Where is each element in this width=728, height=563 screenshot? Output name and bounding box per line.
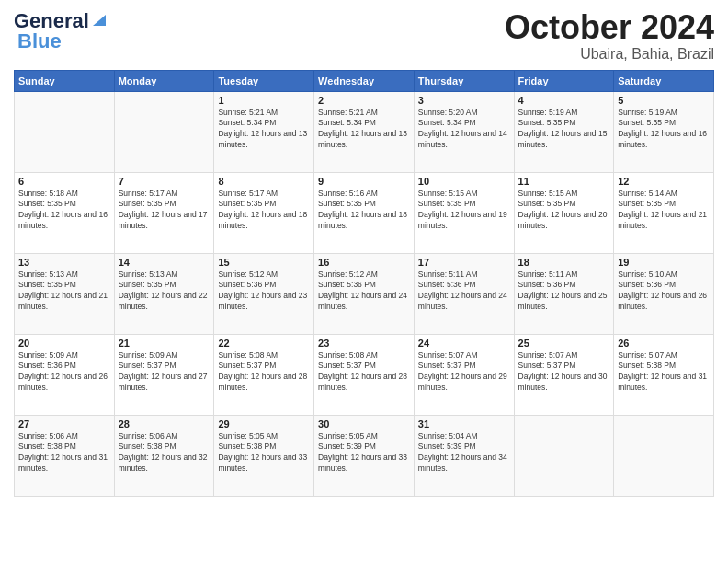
week-row-5: 27Sunrise: 5:06 AM Sunset: 5:38 PM Dayli… [15, 415, 714, 496]
location: Ubaira, Bahia, Brazil [505, 46, 714, 63]
col-wednesday: Wednesday [314, 70, 415, 91]
day-cell: 31Sunrise: 5:04 AM Sunset: 5:39 PM Dayli… [414, 415, 514, 496]
day-cell: 10Sunrise: 5:15 AM Sunset: 5:35 PM Dayli… [414, 172, 514, 253]
day-number: 13 [18, 257, 110, 268]
day-number: 21 [119, 338, 210, 349]
day-number: 8 [218, 176, 310, 187]
day-cell [514, 415, 614, 496]
day-info: Sunrise: 5:10 AM Sunset: 5:36 PM Dayligh… [618, 270, 710, 314]
day-cell: 20Sunrise: 5:09 AM Sunset: 5:36 PM Dayli… [15, 334, 115, 415]
day-number: 24 [418, 338, 510, 349]
day-info: Sunrise: 5:08 AM Sunset: 5:37 PM Dayligh… [318, 350, 410, 395]
day-cell: 27Sunrise: 5:06 AM Sunset: 5:38 PM Dayli… [15, 415, 115, 496]
calendar-header: Sunday Monday Tuesday Wednesday Thursday… [15, 70, 714, 91]
calendar-table: Sunday Monday Tuesday Wednesday Thursday… [14, 70, 714, 497]
day-number: 31 [418, 419, 510, 430]
col-friday: Friday [514, 70, 614, 91]
day-info: Sunrise: 5:16 AM Sunset: 5:35 PM Dayligh… [318, 189, 410, 233]
day-info: Sunrise: 5:11 AM Sunset: 5:36 PM Dayligh… [518, 270, 610, 314]
day-info: Sunrise: 5:19 AM Sunset: 5:35 PM Dayligh… [518, 108, 610, 152]
day-info: Sunrise: 5:07 AM Sunset: 5:37 PM Dayligh… [418, 350, 510, 395]
col-thursday: Thursday [414, 70, 514, 91]
day-info: Sunrise: 5:20 AM Sunset: 5:34 PM Dayligh… [418, 108, 510, 152]
day-number: 20 [18, 338, 110, 349]
day-number: 14 [119, 257, 210, 268]
day-cell: 18Sunrise: 5:11 AM Sunset: 5:36 PM Dayli… [514, 253, 614, 334]
day-info: Sunrise: 5:21 AM Sunset: 5:34 PM Dayligh… [218, 108, 310, 152]
day-number: 26 [618, 338, 710, 349]
day-number: 17 [418, 257, 510, 268]
day-cell: 17Sunrise: 5:11 AM Sunset: 5:36 PM Dayli… [414, 253, 514, 334]
svg-marker-0 [93, 15, 106, 26]
day-number: 12 [618, 176, 710, 187]
day-number: 18 [518, 257, 610, 268]
day-number: 11 [518, 176, 610, 187]
day-info: Sunrise: 5:05 AM Sunset: 5:38 PM Dayligh… [218, 431, 310, 476]
day-info: Sunrise: 5:12 AM Sunset: 5:36 PM Dayligh… [318, 270, 410, 314]
day-info: Sunrise: 5:15 AM Sunset: 5:35 PM Dayligh… [418, 189, 510, 233]
day-number: 29 [218, 419, 310, 430]
title-section: October 2024 Ubaira, Bahia, Brazil [505, 9, 714, 63]
day-cell: 11Sunrise: 5:15 AM Sunset: 5:35 PM Dayli… [514, 172, 614, 253]
day-cell: 12Sunrise: 5:14 AM Sunset: 5:35 PM Dayli… [614, 172, 714, 253]
day-cell: 16Sunrise: 5:12 AM Sunset: 5:36 PM Dayli… [314, 253, 415, 334]
day-info: Sunrise: 5:17 AM Sunset: 5:35 PM Dayligh… [218, 189, 310, 233]
day-info: Sunrise: 5:05 AM Sunset: 5:39 PM Dayligh… [318, 431, 410, 476]
day-info: Sunrise: 5:04 AM Sunset: 5:39 PM Dayligh… [418, 431, 510, 476]
day-number: 27 [18, 419, 110, 430]
day-cell: 6Sunrise: 5:18 AM Sunset: 5:35 PM Daylig… [15, 172, 115, 253]
day-info: Sunrise: 5:07 AM Sunset: 5:37 PM Dayligh… [518, 350, 610, 395]
day-info: Sunrise: 5:18 AM Sunset: 5:35 PM Dayligh… [18, 189, 110, 233]
day-cell [114, 91, 214, 172]
day-info: Sunrise: 5:06 AM Sunset: 5:38 PM Dayligh… [18, 431, 110, 476]
day-cell: 26Sunrise: 5:07 AM Sunset: 5:38 PM Dayli… [614, 334, 714, 415]
day-cell: 23Sunrise: 5:08 AM Sunset: 5:37 PM Dayli… [314, 334, 415, 415]
month-title: October 2024 [505, 9, 714, 46]
day-info: Sunrise: 5:09 AM Sunset: 5:37 PM Dayligh… [119, 350, 210, 395]
week-row-1: 1Sunrise: 5:21 AM Sunset: 5:34 PM Daylig… [15, 91, 714, 172]
day-number: 19 [618, 257, 710, 268]
day-info: Sunrise: 5:06 AM Sunset: 5:38 PM Dayligh… [119, 431, 210, 476]
day-cell: 24Sunrise: 5:07 AM Sunset: 5:37 PM Dayli… [414, 334, 514, 415]
col-saturday: Saturday [614, 70, 714, 91]
day-cell: 7Sunrise: 5:17 AM Sunset: 5:35 PM Daylig… [114, 172, 214, 253]
day-cell: 19Sunrise: 5:10 AM Sunset: 5:36 PM Dayli… [614, 253, 714, 334]
day-info: Sunrise: 5:13 AM Sunset: 5:35 PM Dayligh… [119, 270, 210, 314]
logo: General Blue [14, 9, 108, 53]
header: General Blue October 2024 Ubaira, Bahia,… [14, 9, 714, 63]
day-cell: 2Sunrise: 5:21 AM Sunset: 5:34 PM Daylig… [314, 91, 415, 172]
week-row-4: 20Sunrise: 5:09 AM Sunset: 5:36 PM Dayli… [15, 334, 714, 415]
day-cell [614, 415, 714, 496]
day-cell: 15Sunrise: 5:12 AM Sunset: 5:36 PM Dayli… [214, 253, 314, 334]
day-info: Sunrise: 5:07 AM Sunset: 5:38 PM Dayligh… [618, 350, 710, 395]
day-info: Sunrise: 5:19 AM Sunset: 5:35 PM Dayligh… [618, 108, 710, 152]
day-info: Sunrise: 5:13 AM Sunset: 5:35 PM Dayligh… [18, 270, 110, 314]
col-sunday: Sunday [15, 70, 115, 91]
logo-blue: Blue [17, 29, 62, 53]
day-cell: 21Sunrise: 5:09 AM Sunset: 5:37 PM Dayli… [114, 334, 214, 415]
day-cell: 3Sunrise: 5:20 AM Sunset: 5:34 PM Daylig… [414, 91, 514, 172]
day-number: 22 [218, 338, 310, 349]
day-number: 7 [119, 176, 210, 187]
header-row: Sunday Monday Tuesday Wednesday Thursday… [15, 70, 714, 91]
day-cell: 1Sunrise: 5:21 AM Sunset: 5:34 PM Daylig… [214, 91, 314, 172]
day-info: Sunrise: 5:12 AM Sunset: 5:36 PM Dayligh… [218, 270, 310, 314]
logo-arrow-icon [91, 11, 108, 28]
day-number: 16 [318, 257, 410, 268]
day-number: 3 [418, 95, 510, 106]
day-cell: 14Sunrise: 5:13 AM Sunset: 5:35 PM Dayli… [114, 253, 214, 334]
day-number: 15 [218, 257, 310, 268]
day-info: Sunrise: 5:11 AM Sunset: 5:36 PM Dayligh… [418, 270, 510, 314]
day-info: Sunrise: 5:08 AM Sunset: 5:37 PM Dayligh… [218, 350, 310, 395]
day-cell: 9Sunrise: 5:16 AM Sunset: 5:35 PM Daylig… [314, 172, 415, 253]
day-number: 6 [18, 176, 110, 187]
day-cell: 13Sunrise: 5:13 AM Sunset: 5:35 PM Dayli… [15, 253, 115, 334]
week-row-2: 6Sunrise: 5:18 AM Sunset: 5:35 PM Daylig… [15, 172, 714, 253]
day-number: 1 [218, 95, 310, 106]
day-cell: 22Sunrise: 5:08 AM Sunset: 5:37 PM Dayli… [214, 334, 314, 415]
day-number: 2 [318, 95, 410, 106]
day-number: 10 [418, 176, 510, 187]
day-number: 23 [318, 338, 410, 349]
day-cell: 25Sunrise: 5:07 AM Sunset: 5:37 PM Dayli… [514, 334, 614, 415]
day-cell: 5Sunrise: 5:19 AM Sunset: 5:35 PM Daylig… [614, 91, 714, 172]
